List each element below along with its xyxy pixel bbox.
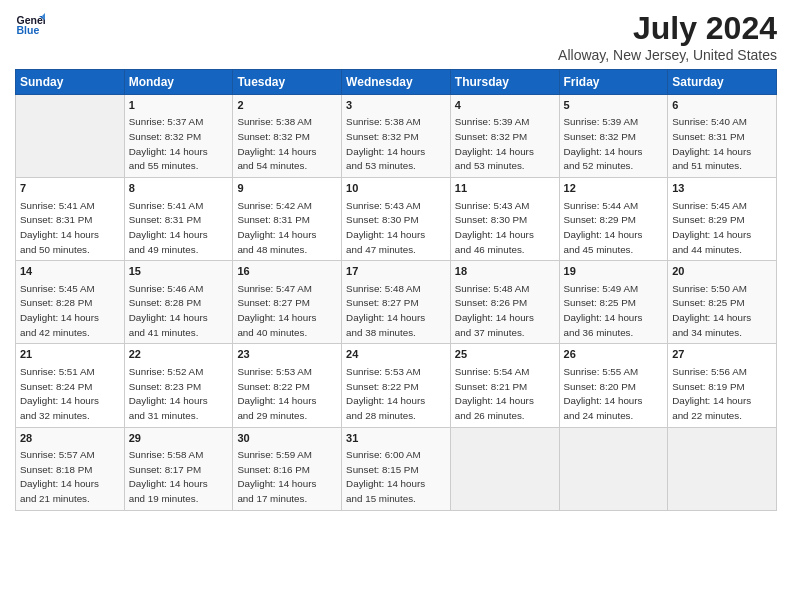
calendar-cell: 28Sunrise: 5:57 AM Sunset: 8:18 PM Dayli… bbox=[16, 427, 125, 510]
cell-info: Sunrise: 5:38 AM Sunset: 8:32 PM Dayligh… bbox=[237, 115, 337, 174]
cell-info: Sunrise: 5:53 AM Sunset: 8:22 PM Dayligh… bbox=[237, 365, 337, 424]
date-number: 15 bbox=[129, 264, 229, 279]
cell-info: Sunrise: 5:40 AM Sunset: 8:31 PM Dayligh… bbox=[672, 115, 772, 174]
calendar-cell: 1Sunrise: 5:37 AM Sunset: 8:32 PM Daylig… bbox=[124, 95, 233, 178]
calendar-cell: 24Sunrise: 5:53 AM Sunset: 8:22 PM Dayli… bbox=[342, 344, 451, 427]
col-sunday: Sunday bbox=[16, 70, 125, 95]
cell-info: Sunrise: 5:39 AM Sunset: 8:32 PM Dayligh… bbox=[564, 115, 664, 174]
calendar-cell: 11Sunrise: 5:43 AM Sunset: 8:30 PM Dayli… bbox=[450, 178, 559, 261]
calendar-cell: 9Sunrise: 5:42 AM Sunset: 8:31 PM Daylig… bbox=[233, 178, 342, 261]
page: General Blue July 2024 Alloway, New Jers… bbox=[0, 0, 792, 612]
date-number: 27 bbox=[672, 347, 772, 362]
calendar-cell: 19Sunrise: 5:49 AM Sunset: 8:25 PM Dayli… bbox=[559, 261, 668, 344]
cell-info: Sunrise: 5:46 AM Sunset: 8:28 PM Dayligh… bbox=[129, 282, 229, 341]
subtitle: Alloway, New Jersey, United States bbox=[558, 47, 777, 63]
date-number: 29 bbox=[129, 431, 229, 446]
date-number: 21 bbox=[20, 347, 120, 362]
calendar-cell: 6Sunrise: 5:40 AM Sunset: 8:31 PM Daylig… bbox=[668, 95, 777, 178]
logo: General Blue bbox=[15, 10, 45, 40]
date-number: 22 bbox=[129, 347, 229, 362]
calendar-cell bbox=[450, 427, 559, 510]
cell-info: Sunrise: 6:00 AM Sunset: 8:15 PM Dayligh… bbox=[346, 448, 446, 507]
col-thursday: Thursday bbox=[450, 70, 559, 95]
cell-info: Sunrise: 5:51 AM Sunset: 8:24 PM Dayligh… bbox=[20, 365, 120, 424]
cell-info: Sunrise: 5:42 AM Sunset: 8:31 PM Dayligh… bbox=[237, 199, 337, 258]
cell-info: Sunrise: 5:50 AM Sunset: 8:25 PM Dayligh… bbox=[672, 282, 772, 341]
calendar-cell: 22Sunrise: 5:52 AM Sunset: 8:23 PM Dayli… bbox=[124, 344, 233, 427]
date-number: 1 bbox=[129, 98, 229, 113]
calendar-cell: 25Sunrise: 5:54 AM Sunset: 8:21 PM Dayli… bbox=[450, 344, 559, 427]
calendar-cell: 23Sunrise: 5:53 AM Sunset: 8:22 PM Dayli… bbox=[233, 344, 342, 427]
calendar-cell bbox=[559, 427, 668, 510]
date-number: 25 bbox=[455, 347, 555, 362]
date-number: 12 bbox=[564, 181, 664, 196]
date-number: 2 bbox=[237, 98, 337, 113]
col-monday: Monday bbox=[124, 70, 233, 95]
cell-info: Sunrise: 5:39 AM Sunset: 8:32 PM Dayligh… bbox=[455, 115, 555, 174]
calendar-cell: 12Sunrise: 5:44 AM Sunset: 8:29 PM Dayli… bbox=[559, 178, 668, 261]
title-block: July 2024 Alloway, New Jersey, United St… bbox=[558, 10, 777, 63]
cell-info: Sunrise: 5:43 AM Sunset: 8:30 PM Dayligh… bbox=[346, 199, 446, 258]
date-number: 11 bbox=[455, 181, 555, 196]
cell-info: Sunrise: 5:38 AM Sunset: 8:32 PM Dayligh… bbox=[346, 115, 446, 174]
cell-info: Sunrise: 5:54 AM Sunset: 8:21 PM Dayligh… bbox=[455, 365, 555, 424]
calendar-cell: 30Sunrise: 5:59 AM Sunset: 8:16 PM Dayli… bbox=[233, 427, 342, 510]
col-friday: Friday bbox=[559, 70, 668, 95]
date-number: 30 bbox=[237, 431, 337, 446]
calendar-cell: 31Sunrise: 6:00 AM Sunset: 8:15 PM Dayli… bbox=[342, 427, 451, 510]
cell-info: Sunrise: 5:48 AM Sunset: 8:26 PM Dayligh… bbox=[455, 282, 555, 341]
calendar-week-3: 14Sunrise: 5:45 AM Sunset: 8:28 PM Dayli… bbox=[16, 261, 777, 344]
header: General Blue July 2024 Alloway, New Jers… bbox=[15, 10, 777, 63]
calendar-cell: 3Sunrise: 5:38 AM Sunset: 8:32 PM Daylig… bbox=[342, 95, 451, 178]
calendar-cell: 8Sunrise: 5:41 AM Sunset: 8:31 PM Daylig… bbox=[124, 178, 233, 261]
cell-info: Sunrise: 5:37 AM Sunset: 8:32 PM Dayligh… bbox=[129, 115, 229, 174]
cell-info: Sunrise: 5:44 AM Sunset: 8:29 PM Dayligh… bbox=[564, 199, 664, 258]
date-number: 23 bbox=[237, 347, 337, 362]
calendar-cell: 29Sunrise: 5:58 AM Sunset: 8:17 PM Dayli… bbox=[124, 427, 233, 510]
date-number: 9 bbox=[237, 181, 337, 196]
cell-info: Sunrise: 5:58 AM Sunset: 8:17 PM Dayligh… bbox=[129, 448, 229, 507]
date-number: 3 bbox=[346, 98, 446, 113]
calendar-cell: 15Sunrise: 5:46 AM Sunset: 8:28 PM Dayli… bbox=[124, 261, 233, 344]
calendar-cell: 17Sunrise: 5:48 AM Sunset: 8:27 PM Dayli… bbox=[342, 261, 451, 344]
calendar-cell: 18Sunrise: 5:48 AM Sunset: 8:26 PM Dayli… bbox=[450, 261, 559, 344]
date-number: 26 bbox=[564, 347, 664, 362]
calendar-cell: 5Sunrise: 5:39 AM Sunset: 8:32 PM Daylig… bbox=[559, 95, 668, 178]
cell-info: Sunrise: 5:48 AM Sunset: 8:27 PM Dayligh… bbox=[346, 282, 446, 341]
calendar-week-5: 28Sunrise: 5:57 AM Sunset: 8:18 PM Dayli… bbox=[16, 427, 777, 510]
cell-info: Sunrise: 5:45 AM Sunset: 8:28 PM Dayligh… bbox=[20, 282, 120, 341]
calendar-week-4: 21Sunrise: 5:51 AM Sunset: 8:24 PM Dayli… bbox=[16, 344, 777, 427]
cell-info: Sunrise: 5:59 AM Sunset: 8:16 PM Dayligh… bbox=[237, 448, 337, 507]
date-number: 16 bbox=[237, 264, 337, 279]
logo-icon: General Blue bbox=[15, 10, 45, 40]
cell-info: Sunrise: 5:55 AM Sunset: 8:20 PM Dayligh… bbox=[564, 365, 664, 424]
date-number: 31 bbox=[346, 431, 446, 446]
date-number: 18 bbox=[455, 264, 555, 279]
date-number: 14 bbox=[20, 264, 120, 279]
calendar-cell bbox=[668, 427, 777, 510]
col-tuesday: Tuesday bbox=[233, 70, 342, 95]
calendar-cell: 20Sunrise: 5:50 AM Sunset: 8:25 PM Dayli… bbox=[668, 261, 777, 344]
calendar-cell: 16Sunrise: 5:47 AM Sunset: 8:27 PM Dayli… bbox=[233, 261, 342, 344]
calendar-cell: 27Sunrise: 5:56 AM Sunset: 8:19 PM Dayli… bbox=[668, 344, 777, 427]
calendar-cell: 2Sunrise: 5:38 AM Sunset: 8:32 PM Daylig… bbox=[233, 95, 342, 178]
cell-info: Sunrise: 5:52 AM Sunset: 8:23 PM Dayligh… bbox=[129, 365, 229, 424]
cell-info: Sunrise: 5:47 AM Sunset: 8:27 PM Dayligh… bbox=[237, 282, 337, 341]
date-number: 28 bbox=[20, 431, 120, 446]
calendar-cell: 26Sunrise: 5:55 AM Sunset: 8:20 PM Dayli… bbox=[559, 344, 668, 427]
cell-info: Sunrise: 5:53 AM Sunset: 8:22 PM Dayligh… bbox=[346, 365, 446, 424]
calendar-cell: 4Sunrise: 5:39 AM Sunset: 8:32 PM Daylig… bbox=[450, 95, 559, 178]
cell-info: Sunrise: 5:45 AM Sunset: 8:29 PM Dayligh… bbox=[672, 199, 772, 258]
svg-text:Blue: Blue bbox=[17, 24, 40, 36]
cell-info: Sunrise: 5:49 AM Sunset: 8:25 PM Dayligh… bbox=[564, 282, 664, 341]
date-number: 19 bbox=[564, 264, 664, 279]
date-number: 24 bbox=[346, 347, 446, 362]
date-number: 8 bbox=[129, 181, 229, 196]
date-number: 20 bbox=[672, 264, 772, 279]
calendar-table: Sunday Monday Tuesday Wednesday Thursday… bbox=[15, 69, 777, 511]
col-saturday: Saturday bbox=[668, 70, 777, 95]
calendar-cell: 7Sunrise: 5:41 AM Sunset: 8:31 PM Daylig… bbox=[16, 178, 125, 261]
calendar-week-1: 1Sunrise: 5:37 AM Sunset: 8:32 PM Daylig… bbox=[16, 95, 777, 178]
calendar-week-2: 7Sunrise: 5:41 AM Sunset: 8:31 PM Daylig… bbox=[16, 178, 777, 261]
calendar-cell bbox=[16, 95, 125, 178]
